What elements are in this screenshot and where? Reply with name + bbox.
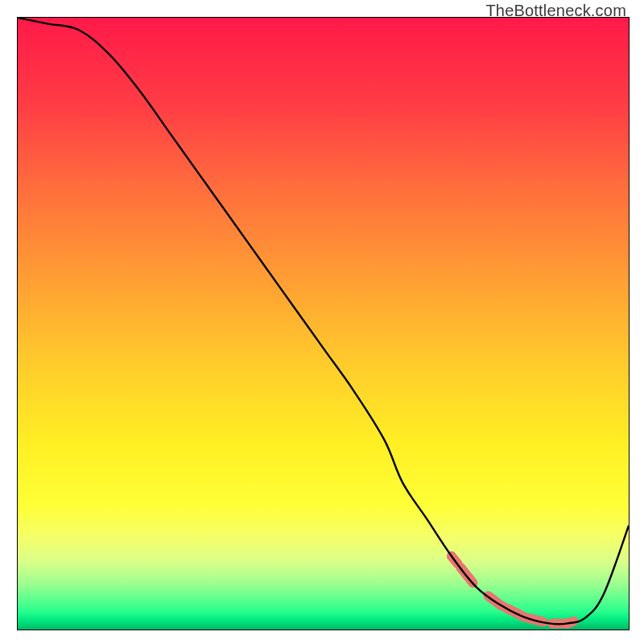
curve-svg: [18, 18, 629, 630]
chart-container: TheBottleneck.com: [0, 0, 644, 644]
plot-area: [17, 17, 630, 630]
highlight-group: [452, 556, 574, 624]
bottleneck-curve-path: [18, 18, 629, 624]
